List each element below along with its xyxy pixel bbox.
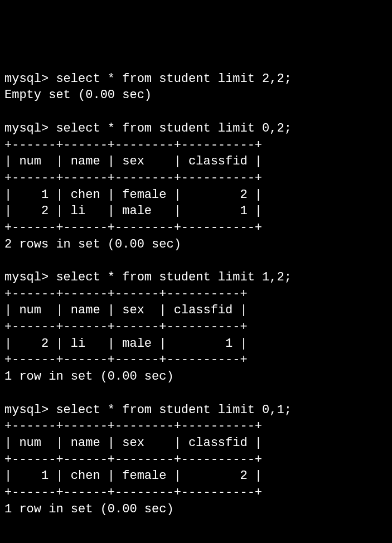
terminal-output: mysql> select * from student limit 2,2; … [4, 71, 388, 518]
